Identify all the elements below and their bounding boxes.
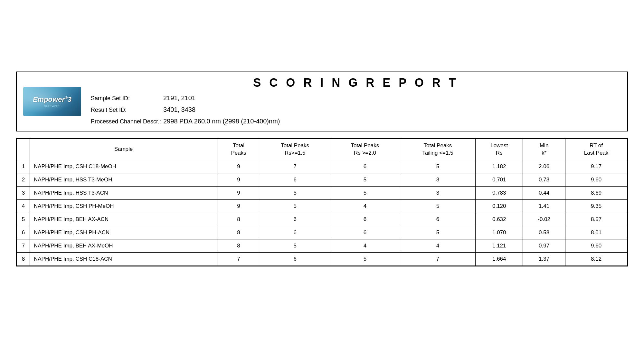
col-sample: Sample (30, 139, 217, 160)
cell-index: 4 (17, 199, 30, 213)
cell-total-peaks: 8 (217, 226, 260, 239)
cell-rs15: 6 (260, 173, 330, 186)
cell-min-k: 2.06 (523, 160, 565, 173)
cell-lowest-rs: 1.182 (476, 160, 523, 173)
table-row: 4NAPH/PHE Imp, CSH PH-MeOH95450.1201.419… (17, 199, 627, 213)
logo-name: Empower®3 (33, 95, 71, 104)
cell-lowest-rs: 0.701 (476, 173, 523, 186)
scoring-table: Sample TotalPeaks Total PeaksRs>=1.5 Tot… (17, 139, 627, 266)
sample-set-id-label: Sample Set ID: (91, 93, 162, 103)
cell-rt-last-peak: 9.60 (565, 239, 627, 252)
cell-index: 1 (17, 160, 30, 173)
col-tailing: Total PeaksTailing <=1.5 (400, 139, 476, 160)
cell-rt-last-peak: 8.57 (565, 213, 627, 226)
cell-rs15: 5 (260, 239, 330, 252)
col-rs15: Total PeaksRs>=1.5 (260, 139, 330, 160)
cell-tailing: 7 (400, 252, 476, 266)
cell-lowest-rs: 0.783 (476, 186, 523, 199)
cell-tailing: 6 (400, 213, 476, 226)
channel-value: 2998 PDA 260.0 nm (2998 (210-400)nm) (163, 118, 280, 125)
col-lowest-rs: LowestRs (476, 139, 523, 160)
cell-rs15: 5 (260, 186, 330, 199)
cell-rs15: 6 (260, 252, 330, 266)
cell-index: 7 (17, 239, 30, 252)
cell-rt-last-peak: 8.01 (565, 226, 627, 239)
cell-rs20: 5 (330, 173, 400, 186)
header-box: Empower®3 SOFTWARE S C O R I N G R E P O… (16, 72, 628, 131)
cell-rs20: 6 (330, 226, 400, 239)
cell-total-peaks: 9 (217, 173, 260, 186)
table-header-row: Sample TotalPeaks Total PeaksRs>=1.5 Tot… (17, 139, 627, 160)
col-rt-last-peak: RT ofLast Peak (565, 139, 627, 160)
cell-sample: NAPH/PHE Imp, CSH PH-MeOH (30, 199, 217, 213)
result-set-id-row: Result Set ID: 3401, 3438 (91, 104, 621, 115)
cell-rs15: 5 (260, 199, 330, 213)
cell-sample: NAPH/PHE Imp, CSH PH-ACN (30, 226, 217, 239)
cell-rs20: 4 (330, 199, 400, 213)
sample-set-id-value: 2191, 2101 (163, 94, 195, 101)
table-row: 6NAPH/PHE Imp, CSH PH-ACN86651.0700.588.… (17, 226, 627, 239)
cell-rs20: 6 (330, 160, 400, 173)
table-row: 1NAPH/PHE Imp, CSH C18-MeOH97651.1822.06… (17, 160, 627, 173)
cell-min-k: 0.73 (523, 173, 565, 186)
cell-rt-last-peak: 8.12 (565, 252, 627, 266)
cell-rs20: 6 (330, 213, 400, 226)
cell-tailing: 3 (400, 186, 476, 199)
cell-rt-last-peak: 9.17 (565, 160, 627, 173)
cell-tailing: 4 (400, 239, 476, 252)
cell-rt-last-peak: 9.60 (565, 173, 627, 186)
cell-sample: NAPH/PHE Imp, CSH C18-ACN (30, 252, 217, 266)
cell-sample: NAPH/PHE Imp, HSS T3-MeOH (30, 173, 217, 186)
cell-lowest-rs: 1.121 (476, 239, 523, 252)
report-title: S C O R I N G R E P O R T (91, 76, 621, 90)
channel-row: Processed Channel Descr.: 2998 PDA 260.0… (91, 115, 621, 127)
cell-sample: NAPH/PHE Imp, HSS T3-ACN (30, 186, 217, 199)
cell-index: 8 (17, 252, 30, 266)
cell-rs20: 5 (330, 186, 400, 199)
header-content: S C O R I N G R E P O R T Sample Set ID:… (91, 76, 621, 127)
cell-total-peaks: 9 (217, 186, 260, 199)
cell-min-k: -0.02 (523, 213, 565, 226)
cell-tailing: 5 (400, 160, 476, 173)
cell-total-peaks: 7 (217, 252, 260, 266)
col-index (17, 139, 30, 160)
cell-rs15: 7 (260, 160, 330, 173)
table-row: 7NAPH/PHE Imp, BEH AX-MeOH85441.1210.979… (17, 239, 627, 252)
cell-min-k: 0.97 (523, 239, 565, 252)
cell-total-peaks: 8 (217, 239, 260, 252)
col-total-peaks: TotalPeaks (217, 139, 260, 160)
cell-tailing: 3 (400, 173, 476, 186)
cell-min-k: 0.58 (523, 226, 565, 239)
cell-sample: NAPH/PHE Imp, CSH C18-MeOH (30, 160, 217, 173)
cell-rs15: 6 (260, 213, 330, 226)
logo-tagline: SOFTWARE (44, 104, 61, 108)
cell-index: 3 (17, 186, 30, 199)
cell-min-k: 0.44 (523, 186, 565, 199)
page-container: Empower®3 SOFTWARE S C O R I N G R E P O… (16, 72, 628, 266)
cell-sample: NAPH/PHE Imp, BEH AX-MeOH (30, 239, 217, 252)
header-info: Sample Set ID: 2191, 2101 Result Set ID:… (91, 92, 621, 127)
table-container: Sample TotalPeaks Total PeaksRs>=1.5 Tot… (16, 138, 628, 266)
result-set-id-value: 3401, 3438 (163, 106, 195, 113)
col-rs20: Total PeaksRs >=2.0 (330, 139, 400, 160)
cell-tailing: 5 (400, 199, 476, 213)
table-row: 3NAPH/PHE Imp, HSS T3-ACN95530.7830.448.… (17, 186, 627, 199)
cell-rs20: 4 (330, 239, 400, 252)
logo: Empower®3 SOFTWARE (23, 87, 81, 116)
sample-set-id-row: Sample Set ID: 2191, 2101 (91, 92, 621, 104)
cell-rs20: 5 (330, 252, 400, 266)
cell-rs15: 6 (260, 226, 330, 239)
channel-label: Processed Channel Descr.: (91, 116, 162, 127)
cell-lowest-rs: 1.664 (476, 252, 523, 266)
cell-lowest-rs: 1.070 (476, 226, 523, 239)
col-min-k: Mink* (523, 139, 565, 160)
cell-index: 2 (17, 173, 30, 186)
table-row: 5NAPH/PHE Imp, BEH AX-ACN86660.632-0.028… (17, 213, 627, 226)
cell-total-peaks: 8 (217, 213, 260, 226)
cell-lowest-rs: 0.120 (476, 199, 523, 213)
cell-min-k: 1.41 (523, 199, 565, 213)
cell-min-k: 1.37 (523, 252, 565, 266)
cell-tailing: 5 (400, 226, 476, 239)
cell-index: 6 (17, 226, 30, 239)
cell-total-peaks: 9 (217, 199, 260, 213)
